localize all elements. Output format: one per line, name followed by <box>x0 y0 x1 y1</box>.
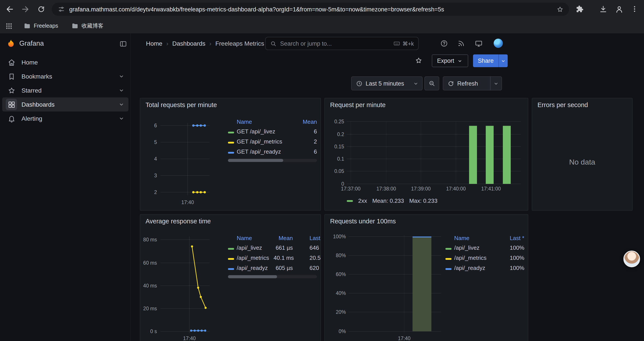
legend-header-mean[interactable]: Mean <box>274 235 293 241</box>
back-button[interactable] <box>4 4 15 15</box>
bookmark-folder-freeleaps[interactable]: Freeleaps <box>24 19 58 33</box>
search-input[interactable]: Search or jump to... ⌘+k <box>265 37 419 50</box>
legend-header-name[interactable]: Name <box>237 118 292 125</box>
assistant-avatar[interactable] <box>624 251 640 267</box>
browser-menu-icon[interactable] <box>630 5 639 14</box>
share-menu-button[interactable] <box>498 55 508 67</box>
zoom-out-icon <box>428 80 435 87</box>
refresh-picker: Refresh <box>443 76 502 90</box>
legend-header-name[interactable]: Name <box>237 235 274 241</box>
breadcrumb-dashboards[interactable]: Dashboards <box>172 40 206 47</box>
svg-text:17:39:00: 17:39:00 <box>411 186 431 192</box>
svg-text:17:37:00: 17:37:00 <box>341 186 360 192</box>
series-last: 20.5 ms <box>293 254 321 261</box>
sidebar-item-starred[interactable]: Starred <box>2 83 128 97</box>
legend-scrollbar[interactable] <box>228 275 317 278</box>
forward-button[interactable] <box>20 4 31 15</box>
grafana-logo[interactable] <box>6 39 16 48</box>
series-name[interactable]: /api/_readyz <box>237 265 274 271</box>
chevron-down-icon[interactable] <box>118 73 125 80</box>
chevron-down-icon[interactable] <box>118 87 125 94</box>
legend: Name Last * /api/_livez 100% /api/_metri… <box>446 233 524 273</box>
address-bar[interactable]: grafana.mathmast.com/d/deytv4rwavabkb/fr… <box>52 3 569 16</box>
series-name[interactable]: /api/_readyz <box>454 265 500 271</box>
series-mean: Mean: 0.233 <box>372 197 404 204</box>
downloads-icon[interactable] <box>599 5 608 14</box>
user-avatar[interactable] <box>494 39 503 48</box>
series-name[interactable]: GET /api/_readyz <box>237 148 292 155</box>
bookmark-icon <box>6 71 17 82</box>
browser-profile-icon[interactable] <box>615 5 624 14</box>
rss-icon[interactable] <box>457 40 465 47</box>
share-button[interactable]: Share <box>473 55 498 67</box>
legend-header-mean[interactable]: Mean <box>292 118 317 125</box>
legend-row[interactable]: /api/_metrics 40.1 ms 20.5 ms <box>228 253 321 263</box>
favorite-star-icon[interactable] <box>415 57 422 65</box>
time-range-picker[interactable]: Last 5 minutes <box>351 76 422 90</box>
legend: Name Mean GET /api/_livez 6 GET /api/_me… <box>228 117 317 157</box>
chevron-down-icon[interactable] <box>118 101 125 108</box>
panel-avg-response-time: Average response time 80 ms60 ms40 ms20 … <box>140 214 321 341</box>
series-name[interactable]: GET /api/_metrics <box>237 138 292 145</box>
legend-row[interactable]: /api/_readyz 100% <box>446 263 524 273</box>
export-button[interactable]: Export <box>432 55 468 67</box>
svg-text:5: 5 <box>154 139 157 145</box>
refresh-button[interactable]: Refresh <box>457 80 478 87</box>
bookmark-label: Freeleaps <box>34 23 58 29</box>
request-per-minute-chart[interactable]: 0.250.20.150.10.05017:37:0017:38:0017:39… <box>325 98 528 211</box>
chevron-down-icon <box>412 80 419 87</box>
svg-text:0.1: 0.1 <box>337 156 344 162</box>
apps-shortcut[interactable] <box>5 19 13 33</box>
legend-header-last[interactable]: Last * <box>293 235 321 241</box>
legend-row[interactable]: /api/_metrics 100% <box>446 253 524 263</box>
extensions-icon[interactable] <box>575 5 584 14</box>
legend-header-last[interactable]: Last * <box>500 235 524 241</box>
zoom-out-button[interactable] <box>424 76 439 90</box>
series-name[interactable]: 2xx <box>358 197 367 204</box>
panel-title[interactable]: Errors per second <box>538 101 588 108</box>
series-color-dash <box>446 248 452 250</box>
bookmark-star-icon[interactable] <box>556 6 564 13</box>
series-name[interactable]: GET /api/_livez <box>237 128 292 135</box>
legend-header: Name Mean <box>228 117 317 126</box>
bookmark-folder-blogs[interactable]: 收藏博客 <box>72 19 104 33</box>
legend-scrollbar[interactable] <box>228 159 317 162</box>
svg-text:100%: 100% <box>333 234 346 239</box>
refresh-interval-button[interactable] <box>490 76 502 90</box>
sidebar-item-alerting[interactable]: Alerting <box>2 112 128 126</box>
sidebar-item-label: Starred <box>22 87 42 94</box>
help-icon[interactable] <box>440 40 448 47</box>
series-name[interactable]: /api/_metrics <box>454 254 500 261</box>
svg-text:80%: 80% <box>336 253 346 258</box>
legend-row[interactable]: /api/_livez 100% <box>446 243 524 253</box>
legend-row[interactable]: /api/_readyz 605 µs 620 µs <box>228 263 321 273</box>
svg-text:2: 2 <box>154 189 157 195</box>
leg​end-row[interactable]: GET /api/_metrics 2 <box>228 137 317 147</box>
series-mean: 6 <box>292 148 317 155</box>
legend-row[interactable]: GET /api/_livez 6 <box>228 126 317 137</box>
breadcrumb-home[interactable]: Home <box>146 40 162 47</box>
panel-request-per-minute: Request per minute 0.250.20.150.10.05017… <box>324 98 528 211</box>
chevron-down-icon[interactable] <box>118 115 125 122</box>
sidebar-item-home[interactable]: Home <box>2 55 128 69</box>
legend-row[interactable]: GET /api/_readyz 6 <box>228 147 317 157</box>
monitor-icon[interactable] <box>475 40 483 47</box>
bell-icon <box>6 113 17 124</box>
legend-header-name[interactable]: Name <box>454 235 500 241</box>
sidebar-toggle-icon[interactable] <box>119 40 127 48</box>
site-settings-icon[interactable] <box>58 6 65 13</box>
series-name[interactable]: /api/_livez <box>454 244 500 251</box>
scrollbar-thumb[interactable] <box>228 159 283 162</box>
url-text[interactable]: grafana.mathmast.com/d/deytv4rwavabkb/fr… <box>69 6 556 13</box>
reload-button[interactable] <box>36 4 46 15</box>
sidebar-item-dashboards[interactable]: Dashboards <box>2 97 128 112</box>
refresh-icon[interactable] <box>448 80 454 87</box>
series-name[interactable]: /api/_livez <box>237 244 274 251</box>
series-name[interactable]: /api/_metrics <box>237 254 274 261</box>
time-range-label: Last 5 minutes <box>366 80 404 87</box>
legend[interactable]: 2xx Mean: 0.233 Max: 0.233 <box>347 197 438 204</box>
scrollbar-thumb[interactable] <box>228 275 277 278</box>
legend-row[interactable]: /api/_livez 661 µs 646 µs <box>228 243 321 253</box>
svg-text:17:40: 17:40 <box>181 199 194 205</box>
sidebar-item-bookmarks[interactable]: Bookmarks <box>2 69 128 83</box>
